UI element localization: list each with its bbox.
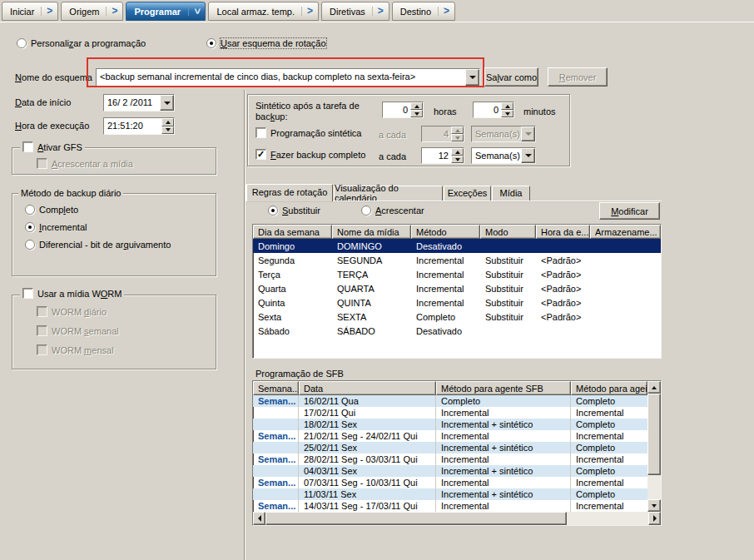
- checkbox-ativar-gfs[interactable]: Ativar GFS: [20, 141, 85, 152]
- scroll-thumb[interactable]: [265, 512, 567, 525]
- spin-up-icon[interactable]: [161, 118, 174, 126]
- table-row[interactable]: QuintaQUINTAIncrementalSubstituir<Padrão…: [253, 295, 661, 310]
- tab-visualizacao-do-calendario[interactable]: Visualização do calendário: [334, 186, 443, 201]
- table-row[interactable]: 25/02/11 SexIncremental + sintéticoCompl…: [253, 442, 661, 453]
- wizard-tab-origem[interactable]: Origem >: [61, 2, 123, 21]
- column-header[interactable]: Modo: [480, 225, 536, 239]
- radio-completo[interactable]: Completo: [25, 205, 78, 215]
- wizard-tab-diretivas[interactable]: Diretivas >: [321, 2, 389, 21]
- radio-icon: [25, 240, 35, 250]
- table-row[interactable]: QuartaQUARTAIncrementalSubstituir<Padrão…: [253, 281, 661, 295]
- schedule-unit-combobox[interactable]: Semana(s): [471, 126, 536, 142]
- checkbox-worm-mensal[interactable]: WORM mensal: [37, 344, 114, 355]
- table-cell: [253, 488, 299, 500]
- table-cell: TERÇA: [332, 270, 411, 280]
- table-row[interactable]: SábadoSÁBADODesativado: [253, 324, 661, 338]
- column-header[interactable]: Dia da semana: [253, 225, 332, 239]
- remove-button[interactable]: Remover: [548, 67, 608, 87]
- radio-personalizar-programacao[interactable]: Personalizar a programação: [17, 38, 146, 48]
- table-row[interactable]: 11/03/11 SexIncremental + sintéticoCompl…: [253, 488, 661, 500]
- column-header[interactable]: Data: [299, 381, 436, 395]
- sfb-horizontal-scrollbar[interactable]: [253, 512, 661, 525]
- table-cell: [253, 465, 299, 477]
- radio-diferencial[interactable]: Diferencial - bit de arquivamento: [25, 240, 171, 250]
- spin-down-icon[interactable]: [451, 156, 464, 163]
- table-cell: <Padrão>: [536, 255, 590, 265]
- table-row[interactable]: Seman...16/02/11 QuaCompletoCompleto: [253, 395, 661, 407]
- full-every-spinner[interactable]: 12: [421, 147, 464, 164]
- tab-excecoes[interactable]: Exceções: [444, 186, 491, 201]
- column-header[interactable]: Método para agente SFB: [436, 381, 571, 395]
- table-row[interactable]: Seman...07/03/11 Seg - 10/03/11 QuiIncre…: [253, 477, 661, 488]
- save-as-button[interactable]: Salvar como: [484, 67, 538, 87]
- table-cell: Domingo: [253, 241, 332, 251]
- modify-label: Modificar: [611, 206, 648, 216]
- sfb-vertical-scrollbar[interactable]: [647, 381, 661, 512]
- checkbox-worm-semanal[interactable]: WORM semanal: [37, 325, 119, 336]
- table-row[interactable]: 04/03/11 SexIncremental + sintéticoCompl…: [253, 465, 661, 477]
- table-row[interactable]: Seman...28/02/11 Seg - 03/03/11 QuiIncre…: [253, 453, 661, 465]
- column-header[interactable]: Nome da mídia: [332, 225, 411, 239]
- wizard-tab-iniciar[interactable]: Iniciar >: [2, 2, 58, 21]
- table-cell: Incremental: [571, 477, 647, 488]
- checkbox-usar-midia-worm[interactable]: Usar a mídia WORM: [20, 288, 124, 299]
- radio-substituir[interactable]: Substituir: [268, 206, 320, 216]
- checkbox-label: Usar a mídia WORM: [37, 289, 122, 299]
- table-row[interactable]: SegundaSEGUNDAIncrementalSubstituir<Padr…: [253, 253, 661, 267]
- full-unit-combobox[interactable]: Semana(s): [471, 147, 536, 164]
- table-cell: Completo: [571, 465, 647, 477]
- radio-acrescentar[interactable]: Acrescentar: [361, 206, 424, 216]
- spin-down-icon[interactable]: [161, 126, 174, 135]
- scroll-thumb[interactable]: [647, 394, 661, 475]
- modify-button[interactable]: Modificar: [599, 202, 660, 220]
- table-row[interactable]: Seman...21/02/11 Seg - 24/02/11 QuiIncre…: [253, 430, 661, 442]
- spin-up-icon[interactable]: [501, 102, 513, 110]
- scroll-right-icon[interactable]: [648, 512, 661, 525]
- checkbox-worm-diario[interactable]: WORM diário: [37, 306, 107, 317]
- spin-down-icon[interactable]: [410, 110, 423, 117]
- checkbox-acrescentar-midia[interactable]: Acrescentar a mídia: [37, 158, 133, 169]
- chevron-down-icon[interactable]: [160, 95, 174, 111]
- radio-usar-esquema-rotacao[interactable]: Usar esquema de rotação: [206, 38, 326, 48]
- scroll-left-icon[interactable]: [253, 512, 265, 525]
- schedule-every-spinner[interactable]: 4: [421, 126, 464, 142]
- radio-incremental[interactable]: Incremental: [25, 222, 87, 232]
- checkbox-label: Ativar GFS: [37, 142, 82, 152]
- table-cell: Incremental + sintético: [436, 419, 571, 430]
- checkbox-programacao-sintetica[interactable]: Programação sintética: [255, 127, 361, 138]
- start-date-picker[interactable]: 16/ 2 /2011: [103, 94, 175, 112]
- checkbox-fazer-backup-completo[interactable]: Fazer backup completo: [255, 149, 365, 160]
- checkbox-icon: [37, 306, 47, 317]
- minutes-spinner[interactable]: 0: [473, 102, 514, 118]
- spin-up-icon[interactable]: [451, 148, 464, 156]
- table-row[interactable]: Seman...14/03/11 Seg - 17/03/11 QuiIncre…: [253, 500, 661, 512]
- wizard-tab-local-armaz-temp[interactable]: Local armaz. temp. >: [208, 2, 319, 21]
- wizard-tab-programar[interactable]: Programar >: [126, 2, 206, 21]
- column-header[interactable]: Hora da e...: [536, 225, 590, 239]
- scroll-down-icon[interactable]: [647, 499, 661, 512]
- sfb-table: Semana...DataMétodo para agente SFBMétod…: [252, 380, 662, 526]
- wizard-tab-bar: Iniciar > Origem > Programar > Local arm…: [0, 0, 754, 22]
- spin-down-icon[interactable]: [501, 110, 513, 117]
- scheme-name-label: Nome do esquema: [15, 72, 92, 82]
- table-row[interactable]: 18/02/11 SexIncremental + sintéticoCompl…: [253, 419, 661, 430]
- spin-up-icon[interactable]: [410, 102, 423, 110]
- tab-midia[interactable]: Mídia: [492, 186, 530, 201]
- table-row[interactable]: DomingoDOMINGODesativado: [253, 239, 661, 253]
- wizard-tab-destino[interactable]: Destino >: [392, 2, 455, 21]
- scroll-up-icon[interactable]: [647, 381, 661, 394]
- table-row[interactable]: SextaSEXTACompletoSubstituir<Padrão>: [253, 310, 661, 324]
- table-cell: Seman...: [253, 453, 299, 465]
- table-row[interactable]: TerçaTERÇAIncrementalSubstituir<Padrão>: [253, 267, 661, 281]
- column-header[interactable]: Método: [411, 225, 480, 239]
- every-label-disabled: a cada: [379, 130, 406, 140]
- table-row[interactable]: 17/02/11 QuiIncrementalIncremental: [253, 407, 661, 419]
- hours-spinner[interactable]: 0: [382, 102, 424, 118]
- chevron-down-icon[interactable]: [521, 148, 535, 163]
- tab-regras-de-rotacao[interactable]: Regras de rotação: [246, 184, 333, 201]
- column-header[interactable]: Semana...: [253, 381, 299, 395]
- column-header[interactable]: Armazename...: [590, 225, 661, 239]
- column-header[interactable]: Método para agei: [571, 381, 647, 395]
- table-cell: Substituir: [480, 270, 536, 280]
- exec-time-spinner[interactable]: 21:51:20: [103, 117, 175, 135]
